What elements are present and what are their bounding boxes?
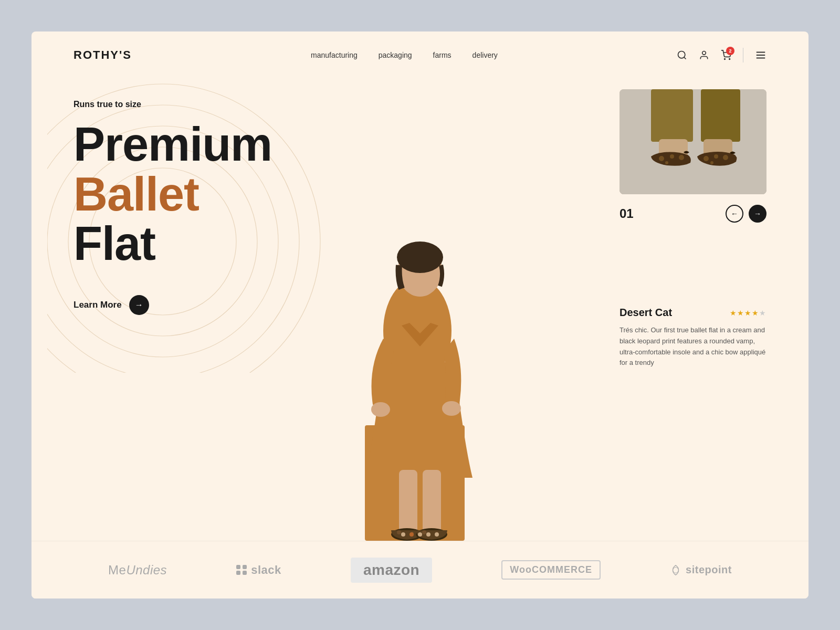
svg-line-6	[684, 57, 686, 59]
carousel-arrows: ← →	[726, 205, 766, 223]
product-title-row: Desert Cat ★★★★★	[620, 307, 766, 319]
runs-true-text: Runs true to size	[74, 100, 620, 109]
product-counter: 01	[620, 206, 634, 221]
screen: ROTHY'S manufacturing packaging farms de…	[32, 32, 808, 598]
dot-2[interactable]	[410, 532, 414, 537]
main-content: Runs true to size Premium Ballet Flat Le…	[32, 79, 808, 541]
meundies-logo: MeUndies	[108, 563, 167, 578]
brand-amazon: amazon	[351, 558, 432, 583]
woocommerce-logo: WooCOMMERCE	[501, 560, 601, 580]
svg-point-9	[729, 59, 730, 60]
svg-rect-29	[701, 89, 740, 142]
product-description: Trés chic. Our first true ballet flat in…	[620, 325, 766, 369]
svg-point-37	[714, 154, 718, 159]
brand-bar: MeUndies slack amazon WooCOMMERCE	[32, 541, 808, 598]
amazon-logo: amazon	[351, 558, 432, 583]
product-image-card	[620, 89, 766, 194]
header-actions: 2	[677, 48, 766, 62]
headline-line1: Premium	[74, 120, 620, 170]
carousel-dots	[401, 532, 439, 537]
brand-slack: slack	[236, 563, 281, 577]
nav-item-manufacturing[interactable]: manufacturing	[311, 51, 358, 59]
svg-point-5	[678, 51, 685, 58]
svg-point-35	[665, 161, 668, 164]
svg-rect-28	[651, 89, 693, 142]
brand-meundies: MeUndies	[108, 563, 167, 578]
svg-point-7	[702, 51, 706, 55]
learn-more-cta[interactable]: Learn More →	[74, 295, 620, 315]
svg-point-34	[679, 155, 684, 160]
shoe-image	[620, 89, 766, 194]
headline: Premium Ballet Flat	[74, 120, 620, 269]
cart-button[interactable]: 2	[721, 50, 731, 60]
svg-point-36	[704, 156, 709, 161]
dot-1[interactable]	[401, 532, 405, 537]
learn-more-arrow: →	[129, 295, 149, 315]
brand-woocommerce: WooCOMMERCE	[501, 560, 601, 580]
nav-item-farms[interactable]: farms	[433, 51, 452, 59]
brand-sitepoint: sitepoint	[670, 564, 732, 576]
logo: ROTHY'S	[74, 48, 132, 62]
product-name: Desert Cat	[620, 307, 672, 319]
headline-line2: Ballet	[74, 170, 620, 219]
prev-arrow-button[interactable]: ←	[726, 205, 743, 223]
nav-item-packaging[interactable]: packaging	[379, 51, 412, 59]
header: ROTHY'S manufacturing packaging farms de…	[32, 32, 808, 79]
dot-5[interactable]	[435, 532, 439, 537]
svg-point-32	[659, 156, 664, 161]
product-stars: ★★★★★	[730, 309, 766, 317]
sitepoint-logo: sitepoint	[670, 564, 732, 576]
header-divider	[743, 48, 743, 62]
product-panel: 01 ← → Desert Cat ★★★★★ Trés chic. Our f…	[620, 79, 766, 541]
carousel-counter: 01 ← →	[620, 205, 766, 223]
next-arrow-button[interactable]: →	[749, 205, 766, 223]
headline-line3: Flat	[74, 219, 620, 269]
learn-more-label: Learn More	[74, 300, 122, 310]
dot-4[interactable]	[426, 532, 430, 537]
svg-point-39	[710, 161, 713, 164]
dot-3[interactable]	[418, 532, 422, 537]
slack-logo: slack	[236, 563, 281, 577]
svg-point-8	[724, 59, 726, 60]
nav: manufacturing packaging farms delivery	[311, 51, 498, 59]
nav-item-delivery[interactable]: delivery	[472, 51, 498, 59]
hero-left: Runs true to size Premium Ballet Flat Le…	[74, 79, 620, 541]
cart-badge: 2	[726, 47, 734, 55]
svg-point-38	[723, 155, 728, 160]
account-button[interactable]	[699, 50, 709, 60]
svg-point-33	[670, 154, 674, 159]
search-button[interactable]	[677, 50, 687, 60]
menu-button[interactable]	[755, 49, 766, 61]
